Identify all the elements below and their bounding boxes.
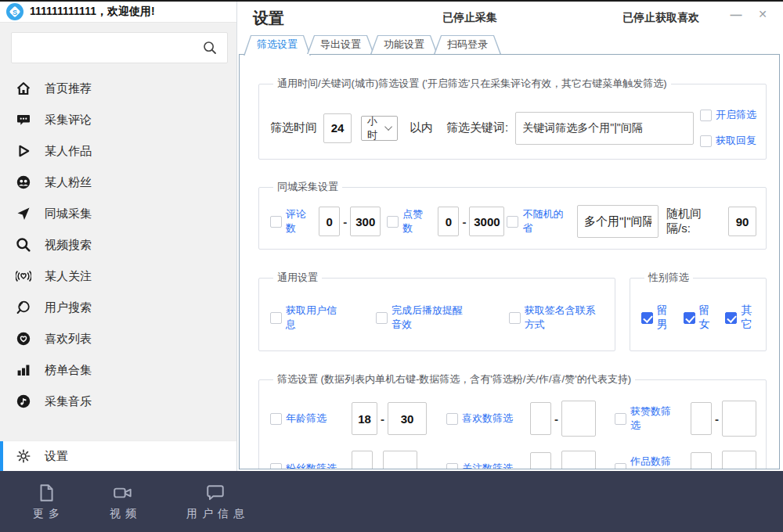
sidebar-search-input[interactable]	[11, 32, 228, 63]
dock-item-video[interactable]: 视频	[105, 483, 141, 521]
like-min-input[interactable]	[438, 207, 459, 236]
sidebar-item-user-search[interactable]: 用户搜索	[0, 292, 236, 323]
comment-max-input[interactable]	[350, 207, 381, 236]
within-label: 以内	[410, 120, 433, 135]
window-top-edge	[0, 0, 783, 2]
time-unit-select[interactable]: 小时	[361, 116, 398, 141]
like-count-checkbox[interactable]	[387, 216, 399, 228]
dock-item-user-info[interactable]: 用户信息	[182, 483, 249, 521]
search-icon[interactable]	[202, 40, 218, 56]
keep-other-option[interactable]: 其它	[725, 304, 756, 332]
filter-time-input[interactable]	[323, 113, 352, 143]
play-sound-checkbox[interactable]	[376, 312, 388, 324]
province-list-input[interactable]	[577, 205, 659, 238]
keep-male-checkbox[interactable]	[641, 312, 653, 324]
like-max-input[interactable]	[469, 207, 504, 236]
keep-other-checkbox[interactable]	[725, 312, 737, 324]
fans-max-input[interactable]	[383, 451, 417, 469]
sidebar-item-label: 首页推荐	[45, 81, 92, 96]
fans-icon	[16, 174, 31, 190]
get-user-info-option[interactable]: 获取用户信息	[270, 304, 339, 332]
sidebar-item-label: 某人关注	[45, 269, 92, 284]
sidebar-item-video-search[interactable]: 视频搜索	[0, 229, 236, 261]
minimize-button[interactable]: —	[727, 8, 745, 21]
heart-circle-icon	[16, 331, 31, 347]
filter-keyword-input[interactable]	[515, 112, 694, 145]
sidebar-item-user-fans[interactable]: 某人粉丝	[0, 167, 236, 198]
sidebar-item-settings[interactable]: 设置	[0, 440, 236, 471]
tab-filter-settings[interactable]: 筛选设置	[244, 35, 311, 56]
sidebar-item-collect-comments[interactable]: 采集评论	[0, 104, 236, 135]
get-replies-option[interactable]: 获取回复	[700, 134, 756, 148]
sidebar-item-likes-list[interactable]: 喜欢列表	[0, 323, 236, 354]
received-likes-max-input[interactable]	[722, 401, 756, 437]
sidebar-item-user-follows[interactable]: 某人关注	[0, 261, 236, 292]
keep-female-checkbox[interactable]	[684, 312, 695, 324]
age-filter-cell: 年龄筛选 -	[270, 401, 446, 437]
likes-count-filter-cell: 喜欢数筛选 -	[446, 401, 615, 437]
gender-filter-group: 性别筛选 留男 留女 其它	[630, 271, 767, 351]
data-filter-settings-group: 筛选设置 (数据列表内单机右键-数据筛选，含有'筛选粉/关/作/喜/赞'的代表支…	[258, 372, 767, 469]
sidebar-menu: 首页推荐 采集评论 某人作品 某人粉丝 同城采集 视频搜索 某人关注 用户搜索	[0, 73, 236, 417]
likes-min-input[interactable]	[530, 402, 551, 435]
non-random-province-checkbox[interactable]	[507, 216, 518, 228]
received-likes-filter-cell: 获赞数筛选 -	[615, 401, 756, 437]
age-max-input[interactable]	[388, 402, 427, 435]
sidebar-item-label: 某人作品	[45, 144, 92, 159]
following-count-filter-checkbox[interactable]	[446, 463, 458, 470]
tab-scan-login[interactable]: 扫码登录	[434, 35, 501, 54]
sidebar-item-label: 榜单合集	[45, 363, 92, 378]
tab-export-settings[interactable]: 导出设置	[307, 35, 374, 54]
welcome-text: 111111111111，欢迎使用!	[30, 5, 155, 19]
get-user-info-checkbox[interactable]	[270, 312, 282, 324]
comment-count-option[interactable]: 评论数	[270, 207, 313, 235]
keep-female-option[interactable]: 留女	[684, 304, 715, 332]
play-sound-option[interactable]: 完成后播放提醒音效	[376, 304, 472, 332]
signature-contact-option[interactable]: 获取签名含联系方式	[509, 304, 605, 332]
like-count-option[interactable]: 点赞数	[387, 207, 430, 235]
keep-male-option[interactable]: 留男	[641, 304, 673, 332]
signature-contact-checkbox[interactable]	[509, 312, 521, 324]
random-interval-input[interactable]	[728, 207, 756, 236]
video-camera-icon	[112, 483, 134, 503]
received-likes-min-input[interactable]	[691, 402, 712, 435]
dock-item-more[interactable]: 更多	[28, 483, 64, 521]
status-collect-stopped: 已停止采集	[442, 11, 497, 25]
sidebar-item-label: 用户搜索	[45, 300, 92, 315]
received-likes-filter-checkbox[interactable]	[615, 413, 626, 425]
following-min-input[interactable]	[530, 452, 551, 469]
sidebar-item-label: 采集评论	[45, 113, 92, 128]
following-max-input[interactable]	[561, 451, 596, 469]
speech-bubble-icon	[205, 483, 226, 503]
sidebar-item-user-works[interactable]: 某人作品	[0, 135, 236, 167]
sidebar-item-city-collect[interactable]: 同城采集	[0, 198, 236, 229]
sidebar-item-collect-music[interactable]: 采集音乐	[0, 386, 236, 417]
tab-function-settings[interactable]: 功能设置	[370, 35, 438, 54]
age-filter-checkbox[interactable]	[270, 413, 282, 425]
fans-count-filter-checkbox[interactable]	[270, 463, 282, 470]
sidebar-item-label: 喜欢列表	[45, 332, 92, 347]
common-settings-group: 通用设置 获取用户信息 完成后播放提醒音效 获取签名含联系方式	[258, 271, 615, 351]
likes-count-filter-checkbox[interactable]	[446, 413, 458, 425]
comment-count-checkbox[interactable]	[270, 216, 282, 228]
tab-content-pane: 通用时间/关键词(城市)筛选设置 ('开启筛选'只在采集评论有效，其它右键菜单触…	[239, 54, 780, 469]
dock-item-label: 用户信息	[186, 507, 249, 521]
enable-filter-checkbox[interactable]	[700, 110, 712, 121]
sidebar: S 111111111111，欢迎使用! 首页推荐 采集评论 某人作品 某人粉丝…	[0, 2, 237, 471]
enable-filter-option[interactable]: 开启筛选	[700, 108, 756, 122]
group-legend: 同城采集设置	[273, 180, 342, 194]
age-min-input[interactable]	[352, 402, 377, 435]
works-min-input[interactable]	[691, 452, 712, 469]
works-max-input[interactable]	[722, 451, 756, 469]
get-replies-checkbox[interactable]	[700, 135, 712, 147]
comment-min-input[interactable]	[319, 207, 340, 236]
likes-max-input[interactable]	[561, 401, 596, 437]
close-button[interactable]: ✕	[754, 8, 771, 20]
non-random-province-option[interactable]: 不随机的省	[507, 207, 569, 235]
fans-min-input[interactable]	[352, 451, 373, 469]
bar-chart-icon	[16, 362, 31, 378]
sidebar-item-label: 设置	[45, 449, 68, 464]
sidebar-item-home-feed[interactable]: 首页推荐	[0, 73, 236, 104]
works-count-filter-checkbox[interactable]	[615, 463, 626, 470]
sidebar-item-ranking-collection[interactable]: 榜单合集	[0, 354, 236, 386]
